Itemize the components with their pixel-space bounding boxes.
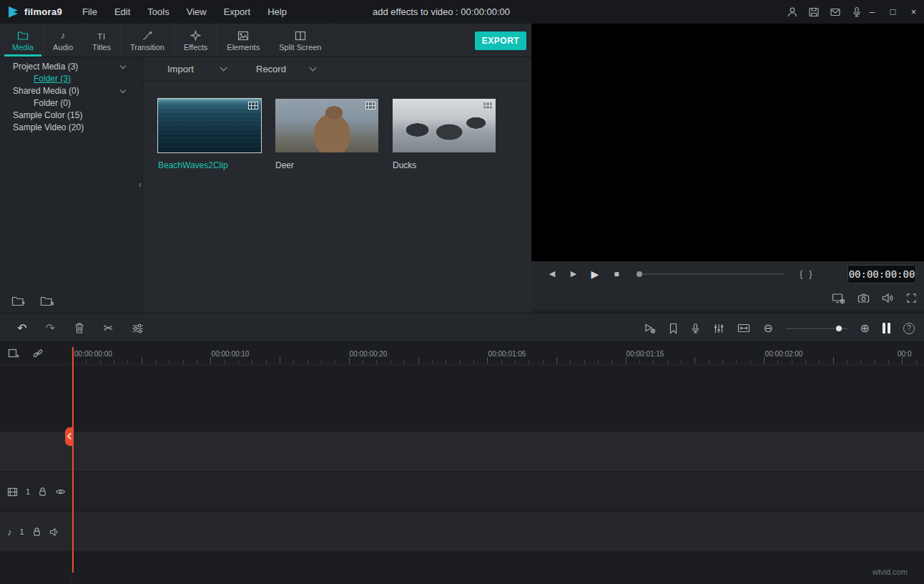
timeline-ruler[interactable]: 00:00:00:00 00:00:00:10 00:00:00:20 00:0… [0, 342, 924, 365]
redo-button[interactable]: ↷ [45, 323, 54, 334]
sidebar-item-label: Folder (0) [34, 98, 71, 108]
media-grid: BeachWaves2Clip Deer Ducks [158, 99, 496, 170]
ruler-ticks [72, 357, 924, 364]
titles-icon: TI [97, 29, 106, 41]
help-icon[interactable]: ? [903, 323, 915, 334]
lock-icon[interactable] [32, 527, 41, 537]
sidebar-item-folder-3[interactable]: Folder (3) [0, 73, 142, 85]
ribbon-tabbar: Media ♪ Audio TI Titles Transition Effec… [0, 24, 531, 57]
tab-titles[interactable]: TI Titles [83, 24, 121, 57]
app-name: filmora9 [24, 6, 62, 17]
delete-icon[interactable] [74, 322, 85, 334]
split-screen-icon [295, 29, 306, 41]
track-manager-icon[interactable] [883, 323, 890, 334]
display-settings-icon[interactable] [832, 293, 845, 304]
step-forward-button[interactable]: ▶ [563, 269, 584, 278]
eye-icon[interactable] [55, 487, 66, 496]
video-track-icon [7, 487, 18, 497]
import-dropdown[interactable]: Import [167, 57, 226, 81]
sidebar-item-label: Folder (3) [34, 74, 71, 84]
edit-toolbar: ↶ ↷ ✂ ⊖ ⊕ ? [0, 313, 924, 342]
marker-icon[interactable] [669, 323, 678, 334]
adjust-settings-icon[interactable] [132, 323, 144, 334]
undo-button[interactable]: ↶ [17, 323, 26, 334]
effects-icon [190, 29, 201, 41]
add-folder-icon[interactable] [11, 296, 26, 307]
split-scissors-button[interactable]: ✂ [104, 323, 113, 334]
tab-transition[interactable]: Transition [121, 24, 175, 57]
account-icon[interactable] [787, 6, 798, 18]
filmora-app-window: filmora9 File Edit Tools View Export Hel… [0, 0, 924, 584]
menu-file[interactable]: File [74, 6, 106, 17]
media-thumbnail[interactable] [393, 99, 496, 152]
sidebar-collapse-handle[interactable]: ‹ [139, 180, 142, 189]
menu-view[interactable]: View [178, 6, 215, 17]
zoom-to-fit-icon[interactable] [737, 323, 750, 334]
media-item-beachwaves[interactable]: BeachWaves2Clip [158, 99, 261, 170]
sidebar-item-sample-video[interactable]: Sample Video (20) [0, 122, 142, 134]
menu-tools[interactable]: Tools [139, 6, 177, 17]
tab-media[interactable]: Media [3, 24, 44, 57]
filmora-logo-icon [7, 6, 19, 18]
tab-transition-label: Transition [130, 43, 164, 52]
media-library-sidebar: Project Media (3) Folder (3) Shared Medi… [0, 57, 143, 313]
menu-edit[interactable]: Edit [106, 6, 139, 17]
media-item-name: Deer [275, 160, 378, 170]
tab-effects-label: Effects [184, 43, 207, 52]
link-icon[interactable] [32, 348, 44, 359]
tab-split-screen[interactable]: Split Screen [270, 24, 331, 57]
menu-help[interactable]: Help [259, 6, 295, 17]
zoom-slider-handle[interactable] [836, 326, 842, 331]
mail-icon[interactable] [830, 6, 841, 18]
play-button[interactable]: ▶ [584, 268, 606, 280]
sidebar-item-label: Shared Media (0) [13, 86, 79, 96]
delete-folder-icon[interactable] [40, 296, 54, 307]
media-thumbnail[interactable] [275, 99, 378, 152]
tab-elements[interactable]: Elements [217, 24, 270, 57]
sidebar-item-project-media[interactable]: Project Media (3) [0, 61, 142, 73]
timeline-zoom-slider[interactable] [786, 328, 847, 329]
zoom-out-button[interactable]: ⊖ [763, 323, 772, 334]
previous-frame-button[interactable]: ◀ [541, 269, 563, 278]
minimize-button[interactable]: – [862, 0, 883, 24]
timeline-panel: 1 ♪ 1 00:00:00:00 00:00:00:10 00:00:00:2… [0, 342, 924, 584]
mark-in-button[interactable]: { [800, 268, 802, 279]
render-preview-icon[interactable] [644, 323, 656, 334]
microphone-icon[interactable] [851, 6, 862, 18]
seek-slider-handle[interactable] [637, 271, 642, 277]
media-item-deer[interactable]: Deer [275, 99, 378, 170]
sidebar-item-label: Project Media (3) [13, 62, 78, 72]
media-thumbnail[interactable] [158, 99, 261, 152]
playhead[interactable] [72, 347, 74, 573]
sidebar-item-folder-0[interactable]: Folder (0) [0, 97, 142, 110]
maximize-button[interactable]: □ [883, 0, 903, 24]
seek-slider[interactable] [637, 273, 784, 275]
tab-audio[interactable]: ♪ Audio [44, 24, 83, 57]
media-item-ducks[interactable]: Ducks [393, 99, 496, 170]
fullscreen-icon[interactable] [906, 293, 917, 303]
tab-effects[interactable]: Effects [175, 24, 217, 57]
timeline-track-video: 1 [0, 472, 924, 511]
playhead-handle[interactable] [65, 427, 73, 446]
timeline-track-audio: ♪ 1 [0, 512, 924, 551]
tab-split-screen-label: Split Screen [279, 43, 321, 52]
lock-icon[interactable] [38, 487, 47, 497]
voiceover-mic-icon[interactable] [691, 323, 700, 334]
sidebar-item-shared-media[interactable]: Shared Media (0) [0, 85, 142, 97]
save-project-icon[interactable] [808, 6, 820, 18]
chevron-down-icon [120, 87, 126, 93]
media-panel-header: Import Record [143, 57, 531, 81]
zoom-in-button[interactable]: ⊕ [860, 323, 870, 334]
menu-export[interactable]: Export [215, 6, 260, 17]
close-button[interactable]: × [903, 0, 924, 24]
record-dropdown[interactable]: Record [256, 57, 315, 81]
audio-mixer-icon[interactable] [713, 323, 724, 334]
sidebar-item-sample-color[interactable]: Sample Color (15) [0, 110, 142, 122]
stop-button[interactable]: ■ [606, 269, 627, 279]
add-to-timeline-icon[interactable] [8, 348, 20, 359]
volume-icon[interactable] [882, 293, 894, 303]
snapshot-camera-icon[interactable] [857, 293, 870, 303]
mute-speaker-icon[interactable] [49, 527, 60, 537]
mark-out-button[interactable]: } [809, 268, 812, 279]
export-button[interactable]: EXPORT [475, 31, 526, 50]
